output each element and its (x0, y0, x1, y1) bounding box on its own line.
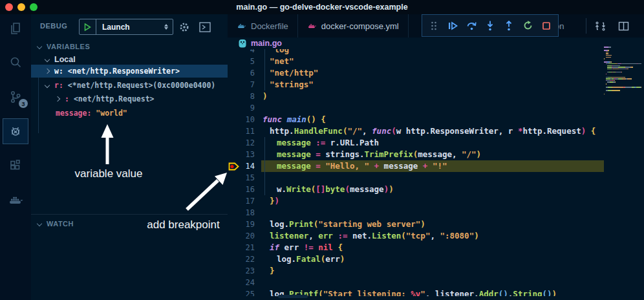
line-number[interactable]: 8 (239, 92, 255, 101)
breakpoint-gutter[interactable] (228, 277, 239, 288)
code-line[interactable]: 10func main() { (228, 114, 604, 125)
breakpoint-gutter[interactable] (228, 184, 239, 195)
line-number[interactable]: 19 (239, 220, 255, 229)
variable-row-r[interactable]: r: <*net/http.Request>(0xc0000e0400) (31, 79, 228, 92)
breakpoint-gutter[interactable] (228, 230, 239, 242)
line-number[interactable]: 15 (239, 173, 255, 182)
open-debug-console-icon[interactable] (198, 20, 212, 34)
sidebar-item-search[interactable] (3, 50, 28, 76)
line-number[interactable]: 10 (239, 115, 255, 124)
restart-button[interactable] (522, 20, 533, 32)
code-line[interactable]: 23} (228, 265, 604, 277)
code-line[interactable]: 19log.Print("starting web server") (228, 219, 604, 230)
line-number[interactable]: 24 (239, 278, 255, 287)
breakpoint-gutter[interactable] (228, 195, 239, 207)
stop-button[interactable] (541, 20, 552, 32)
code-line[interactable]: 18 (228, 207, 604, 219)
code-line[interactable]: 6"net/http" (228, 67, 604, 79)
line-number[interactable]: 4 (239, 49, 255, 54)
sidebar-item-docker[interactable] (3, 187, 28, 213)
minimize-window-button[interactable] (17, 3, 25, 11)
code-line[interactable]: 11http.HandleFunc("/", func(w http.Respo… (228, 125, 604, 137)
line-number[interactable]: 25 (239, 290, 255, 296)
breakpoint-gutter[interactable] (228, 149, 239, 160)
breakpoint-gutter[interactable] (228, 137, 239, 149)
minimap[interactable] (604, 47, 641, 292)
variable-row-message[interactable]: message: "world" (31, 107, 228, 120)
breadcrumb[interactable]: main.go (228, 38, 644, 49)
line-number[interactable]: 11 (239, 127, 255, 136)
code-line[interactable]: 17}) (228, 195, 604, 207)
code-line[interactable]: 5"net" (228, 56, 604, 67)
breakpoint-gutter[interactable] (228, 56, 239, 67)
line-number[interactable]: 7 (239, 80, 255, 89)
line-number[interactable]: 14 (239, 162, 255, 171)
breakpoint-gutter[interactable] (228, 49, 239, 56)
split-editor-icon[interactable] (617, 19, 630, 32)
code-line[interactable]: 21if err != nil { (228, 242, 604, 253)
sidebar-item-extensions[interactable] (3, 153, 28, 178)
line-number[interactable]: 18 (239, 208, 255, 217)
swap-arrows-icon[interactable] (594, 19, 606, 32)
code-line[interactable]: 4"log" (228, 49, 604, 56)
breakpoint-gutter[interactable] (228, 207, 239, 219)
breakpoint-gutter[interactable] (228, 79, 239, 91)
continue-button[interactable] (447, 20, 458, 32)
breakpoint-gutter[interactable] (228, 102, 239, 114)
variable-row-w[interactable]: w: <net/http.ResponseWriter> (31, 65, 228, 78)
line-number[interactable]: 23 (239, 266, 255, 275)
breakpoint-current-line-icon[interactable] (228, 160, 239, 172)
line-number[interactable]: 13 (239, 150, 255, 159)
maximize-window-button[interactable] (30, 3, 38, 11)
code-line[interactable]: 8) (228, 91, 604, 102)
line-number[interactable]: 21 (239, 243, 255, 252)
line-number[interactable]: 20 (239, 231, 255, 241)
tab-docker-compose[interactable]: docker-compose.yml (298, 14, 409, 38)
line-number[interactable]: 17 (239, 197, 255, 206)
breakpoint-gutter[interactable] (228, 219, 239, 230)
variables-section-header[interactable]: VARIABLES (31, 40, 228, 53)
code-line[interactable]: 12message := r.URL.Path (228, 137, 604, 149)
code-line[interactable]: 13message = strings.TrimPrefix(message, … (228, 149, 604, 160)
code-line[interactable]: 16w.Write([]byte(message)) (228, 184, 604, 195)
toolbar-grip-handle[interactable] (428, 20, 440, 32)
breakpoint-gutter[interactable] (228, 288, 239, 296)
breakpoint-gutter[interactable] (228, 67, 239, 79)
variables-scope-local[interactable]: Local (45, 53, 76, 66)
tab-dockerfile[interactable]: Dockerfile (228, 14, 298, 38)
breakpoint-gutter[interactable] (228, 172, 239, 184)
sidebar-item-source-control[interactable]: 3 (3, 84, 28, 110)
breakpoint-gutter[interactable] (228, 125, 239, 137)
code-line[interactable]: 24 (228, 277, 604, 288)
code-line[interactable]: 22log.Fatal(err) (228, 253, 604, 265)
line-number[interactable]: 5 (239, 57, 255, 66)
sidebar-item-debug[interactable] (3, 118, 28, 144)
close-window-button[interactable] (5, 3, 13, 11)
horizontal-scrollbar[interactable] (278, 295, 308, 298)
code-editor[interactable]: 4"log"5"net"6"net/http"7"strings"8)910fu… (228, 49, 644, 296)
breakpoint-gutter[interactable] (228, 253, 239, 265)
line-number[interactable]: 9 (239, 103, 255, 112)
start-debugging-button[interactable] (80, 19, 96, 34)
breakpoint-gutter[interactable] (228, 265, 239, 277)
dropdown-spinner-icon[interactable] (161, 24, 171, 30)
step-over-button[interactable] (466, 20, 477, 32)
line-number[interactable]: 12 (239, 138, 255, 147)
step-into-button[interactable] (484, 20, 496, 32)
code-line[interactable]: 9 (228, 102, 604, 114)
line-number[interactable]: 16 (239, 185, 255, 194)
watch-section-header[interactable]: WATCH (31, 217, 228, 230)
code-line[interactable]: 15 (228, 172, 604, 184)
variable-row-request[interactable]: : <net/http.Request> (31, 92, 228, 105)
code-line[interactable]: 20listener, err := net.Listen("tcp", ":8… (228, 230, 604, 242)
line-number[interactable]: 6 (239, 69, 255, 78)
code-line[interactable]: 7"strings" (228, 79, 604, 91)
configure-gear-icon[interactable] (177, 20, 191, 34)
step-out-button[interactable] (503, 20, 515, 32)
sidebar-item-explorer[interactable] (3, 16, 28, 41)
breakpoint-gutter[interactable] (228, 242, 239, 253)
line-number[interactable]: 22 (239, 255, 255, 264)
launch-configuration-dropdown[interactable]: Launch (79, 19, 173, 35)
code-line[interactable]: 14message = "Hello, " + message + "!" (228, 160, 604, 172)
breakpoint-gutter[interactable] (228, 114, 239, 125)
